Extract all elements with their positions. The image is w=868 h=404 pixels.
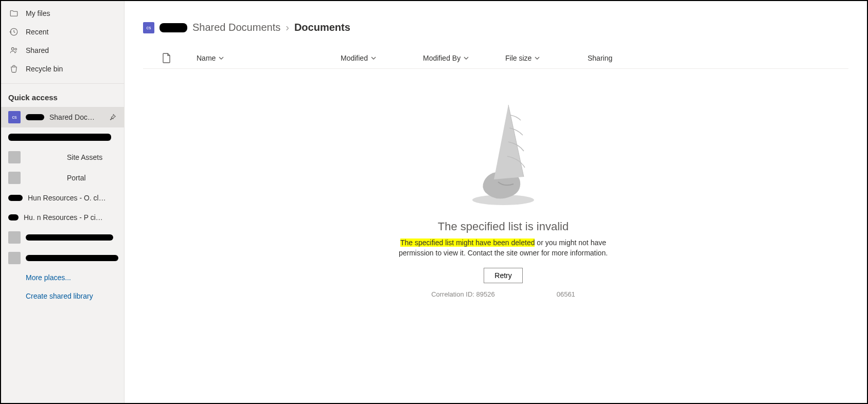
list-item-label: Site Assets [67, 153, 117, 161]
divider [1, 83, 124, 84]
error-highlight: The specified list might have been delet… [400, 238, 535, 247]
sidebar: My files Recent Shared Recycle bin Quick… [1, 1, 125, 403]
quick-access-item-shared-docs[interactable]: cs Shared Doc… [1, 107, 124, 127]
column-headers: Name Modified Modified By File size Shar… [143, 48, 848, 69]
quick-access-item-hr-2[interactable]: Hu. n Resources - P ci… [1, 208, 124, 227]
column-label: File size [505, 54, 532, 62]
error-state: The specified list is invalid The specif… [359, 69, 647, 403]
redacted-text [8, 214, 19, 221]
correlation-left: Correlation ID: 89526 [431, 290, 495, 298]
quick-access-item-site-assets[interactable]: Site Assets [1, 147, 124, 168]
breadcrumb: cs Shared Documents › Documents [143, 1, 848, 48]
svg-point-1 [11, 48, 14, 50]
nav-label: Recycle bin [26, 65, 63, 73]
site-tile-icon: cs [8, 111, 21, 123]
column-label: Sharing [588, 54, 612, 62]
list-item-label: Shared Doc… [49, 113, 117, 121]
site-tile-icon: cs [143, 22, 154, 33]
breadcrumb-current: Documents [294, 22, 350, 33]
correlation-right: 06561 [557, 290, 575, 298]
nav-shared[interactable]: Shared [1, 41, 124, 60]
redacted-text [160, 23, 187, 32]
column-label: Modified By [423, 54, 460, 62]
recycle-icon [9, 64, 19, 74]
list-item-label: Hu. n Resources - P ci… [24, 213, 117, 222]
clock-icon [9, 27, 19, 36]
dropped-cone-illustration [457, 100, 550, 208]
site-tile-icon [8, 252, 21, 264]
chevron-down-icon [371, 56, 376, 61]
file-type-icon [143, 53, 176, 63]
nav-recycle-bin[interactable]: Recycle bin [1, 60, 124, 78]
column-sharing[interactable]: Sharing [588, 54, 670, 62]
correlation-id: Correlation ID: 89526 06561 [431, 290, 575, 298]
site-tile-icon [8, 151, 21, 163]
breadcrumb-link[interactable]: Shared Documents [192, 22, 280, 33]
error-title: The specified list is invalid [438, 220, 569, 233]
redacted-text [8, 134, 111, 141]
nav-recent[interactable]: Recent [1, 23, 124, 41]
nav-my-files[interactable]: My files [1, 4, 124, 23]
site-tile-icon [8, 172, 21, 184]
nav-label: My files [26, 9, 50, 17]
chevron-down-icon [219, 56, 224, 61]
quick-access-item-hr-1[interactable]: Hun Resources - O. cl… [1, 188, 124, 208]
create-shared-library-link[interactable]: Create shared library [1, 287, 124, 305]
column-name[interactable]: Name [176, 54, 341, 62]
column-file-size[interactable]: File size [505, 54, 588, 62]
nav-label: Shared [26, 46, 49, 54]
column-modified[interactable]: Modified [341, 54, 423, 62]
quick-access-item[interactable] [1, 227, 124, 248]
quick-access-item-portal[interactable]: Portal [1, 168, 124, 188]
redacted-text [26, 255, 118, 261]
redacted-text [8, 195, 23, 201]
quick-access-item[interactable] [1, 127, 124, 147]
list-item-label: Hun Resources - O. cl… [28, 194, 117, 202]
quick-access-item[interactable] [1, 248, 124, 268]
error-message: The specified list might have been delet… [395, 237, 611, 259]
list-item-label: Portal [67, 174, 117, 182]
people-icon [9, 46, 19, 55]
chevron-down-icon [535, 56, 540, 61]
site-tile-icon [8, 231, 21, 244]
chevron-down-icon [464, 56, 469, 61]
quick-access-title: Quick access [1, 91, 124, 107]
quick-access-list: cs Shared Doc… Site Assets Portal Hun Re… [1, 107, 124, 268]
redacted-text [26, 114, 44, 120]
main-content: cs Shared Documents › Documents Name Mod… [125, 1, 867, 403]
more-places-link[interactable]: More places... [1, 268, 124, 287]
column-modified-by[interactable]: Modified By [423, 54, 505, 62]
retry-button[interactable]: Retry [484, 268, 522, 283]
column-label: Name [197, 54, 216, 62]
folder-icon [9, 9, 19, 18]
redacted-text [26, 234, 113, 241]
nav-label: Recent [26, 28, 48, 36]
svg-point-2 [15, 48, 17, 50]
pin-icon[interactable] [109, 113, 117, 121]
breadcrumb-separator: › [286, 22, 289, 33]
column-label: Modified [341, 54, 368, 62]
